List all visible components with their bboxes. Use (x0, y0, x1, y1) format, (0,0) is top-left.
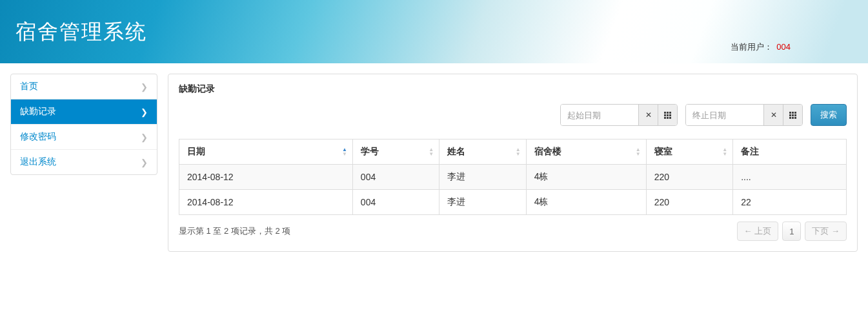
table-cell: 220 (646, 165, 732, 190)
column-label: 学号 (361, 146, 379, 156)
column-header[interactable]: 姓名▲▼ (439, 139, 526, 165)
table-cell: 2014-08-12 (179, 165, 353, 190)
table-cell: 004 (352, 190, 439, 215)
calendar-icon (664, 112, 671, 119)
sort-icon: ▲▼ (429, 147, 434, 156)
table-cell: 4栋 (526, 190, 646, 215)
table-cell: .... (733, 165, 847, 190)
end-date-input[interactable] (686, 105, 763, 125)
prev-page-button[interactable]: ← 上页 (737, 222, 779, 241)
sidebar-item-3[interactable]: 退出系统❯ (11, 150, 157, 174)
table-cell: 004 (352, 165, 439, 190)
table-cell: 22 (733, 190, 847, 215)
main-panel: 缺勤记录 ✕ ✕ 搜索 (168, 74, 858, 252)
column-header[interactable]: 宿舍楼▲▼ (526, 139, 646, 165)
table-cell: 李进 (439, 165, 526, 190)
page-1-button[interactable]: 1 (782, 222, 801, 241)
chevron-right-icon: ❯ (141, 158, 148, 167)
sidebar-item-label: 缺勤记录 (20, 106, 56, 118)
column-header[interactable]: 寝室▲▼ (646, 139, 732, 165)
column-label: 宿舍楼 (534, 146, 561, 156)
chevron-right-icon: ❯ (141, 82, 148, 92)
column-label: 寝室 (654, 146, 672, 156)
sidebar-item-label: 首页 (20, 81, 38, 92)
end-date-group: ✕ (685, 104, 803, 126)
sidebar-item-1[interactable]: 缺勤记录❯ (11, 99, 157, 125)
sidebar-item-label: 退出系统 (20, 156, 56, 168)
column-header[interactable]: 备注 (733, 139, 847, 165)
start-date-clear-button[interactable]: ✕ (638, 105, 658, 125)
start-date-picker-button[interactable] (658, 105, 677, 125)
table-cell: 2014-08-12 (179, 190, 353, 215)
records-table: 日期▲▼学号▲▼姓名▲▼宿舍楼▲▼寝室▲▼备注 2014-08-12004李进4… (179, 139, 847, 215)
search-button[interactable]: 搜索 (811, 104, 847, 126)
start-date-group: ✕ (560, 104, 678, 126)
page-title: 缺勤记录 (179, 74, 847, 104)
sidebar: 首页❯缺勤记录❯修改密码❯退出系统❯ (10, 74, 157, 175)
app-title: 宿舍管理系统 (15, 18, 147, 46)
sort-icon: ▲▼ (342, 147, 347, 156)
table-row: 2014-08-12004李进4栋220.... (179, 165, 847, 190)
column-header[interactable]: 日期▲▼ (179, 139, 353, 165)
sidebar-item-2[interactable]: 修改密码❯ (11, 125, 157, 150)
start-date-input[interactable] (561, 105, 638, 125)
end-date-picker-button[interactable] (783, 105, 802, 125)
sort-icon: ▲▼ (636, 147, 641, 156)
records-info: 显示第 1 至 2 项记录，共 2 项 (179, 225, 290, 237)
filter-bar: ✕ ✕ 搜索 (179, 104, 847, 126)
table-cell: 4栋 (526, 165, 646, 190)
table-footer: 显示第 1 至 2 项记录，共 2 项 ← 上页 1 下页 → (179, 222, 847, 241)
sidebar-item-0[interactable]: 首页❯ (11, 74, 157, 99)
pager: ← 上页 1 下页 → (737, 222, 847, 241)
current-user-label: 当前用户： (731, 42, 772, 52)
sidebar-item-label: 修改密码 (20, 131, 56, 143)
current-user-id: 004 (776, 42, 791, 52)
table-cell: 220 (646, 190, 732, 215)
sort-icon: ▲▼ (722, 147, 727, 156)
table-row: 2014-08-12004李进4栋22022 (179, 190, 847, 215)
column-label: 姓名 (447, 146, 465, 156)
app-header: 宿舍管理系统 当前用户：004 (0, 0, 868, 63)
current-user: 当前用户：004 (731, 41, 791, 53)
close-icon: ✕ (771, 110, 777, 119)
column-header[interactable]: 学号▲▼ (352, 139, 439, 165)
chevron-right-icon: ❯ (141, 107, 148, 117)
column-label: 备注 (741, 146, 759, 156)
calendar-icon (789, 112, 796, 119)
chevron-right-icon: ❯ (141, 132, 148, 142)
next-page-button[interactable]: 下页 → (805, 222, 847, 241)
end-date-clear-button[interactable]: ✕ (763, 105, 783, 125)
close-icon: ✕ (645, 110, 652, 119)
sort-icon: ▲▼ (516, 147, 521, 156)
table-cell: 李进 (439, 190, 526, 215)
column-label: 日期 (187, 146, 205, 156)
